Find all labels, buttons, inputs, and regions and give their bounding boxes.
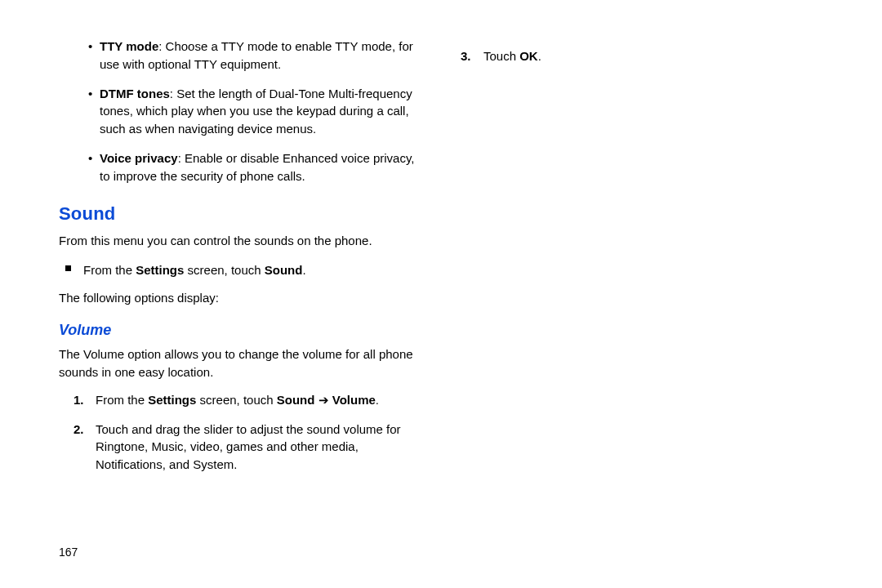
- manual-page: • TTY mode: Choose a TTY mode to enable …: [0, 0, 882, 588]
- bullet-tty-mode: • TTY mode: Choose a TTY mode to enable …: [59, 38, 426, 74]
- text-bold: Sound: [265, 263, 303, 277]
- page-number: 167: [59, 546, 78, 559]
- right-column: 3. Touch OK.: [459, 38, 818, 77]
- bullet-title: Voice privacy: [100, 151, 178, 165]
- arrow-icon: ➔: [314, 393, 332, 407]
- text-fragment: .: [302, 263, 305, 277]
- step-number: 3.: [461, 47, 471, 65]
- settings-step: From the Settings screen, touch Sound.: [59, 261, 426, 279]
- heading-sound: Sound: [59, 201, 426, 227]
- step-2: 2. Touch and drag the slider to adjust t…: [59, 421, 426, 474]
- step-number: 2.: [74, 421, 84, 439]
- step-number: 1.: [74, 391, 84, 409]
- step-text: Touch and drag the slider to adjust the …: [96, 422, 401, 472]
- bullet-dot-icon: •: [88, 149, 92, 167]
- volume-intro: The Volume option allows you to change t…: [59, 345, 426, 381]
- text-bold: Settings: [136, 263, 184, 277]
- bullet-dot-icon: •: [88, 85, 92, 103]
- text-fragment: .: [538, 49, 541, 63]
- text-fragment: Touch: [483, 49, 519, 63]
- text-fragment: screen, touch: [184, 263, 264, 277]
- square-bullet-icon: [65, 265, 71, 271]
- text-fragment: screen, touch: [196, 393, 276, 407]
- text-bold: Sound: [277, 393, 315, 407]
- text-bold: Volume: [332, 393, 376, 407]
- bullet-title: DTMF tones: [100, 87, 170, 100]
- following-options: The following options display:: [59, 289, 426, 307]
- sound-intro: From this menu you can control the sound…: [59, 232, 426, 250]
- bullet-dtmf-tones: • DTMF tones: Set the length of Dual-Ton…: [59, 85, 426, 138]
- text-fragment: .: [376, 393, 379, 407]
- left-column: • TTY mode: Choose a TTY mode to enable …: [59, 38, 426, 485]
- text-fragment: From the: [83, 263, 136, 277]
- text-fragment: From the: [96, 393, 148, 407]
- bullet-dot-icon: •: [88, 38, 92, 56]
- step-3: 3. Touch OK.: [459, 47, 818, 65]
- bullet-voice-privacy: • Voice privacy: Enable or disable Enhan…: [59, 149, 426, 185]
- text-bold: OK: [519, 49, 538, 63]
- bullet-title: TTY mode: [100, 39, 158, 53]
- step-1: 1. From the Settings screen, touch Sound…: [59, 391, 426, 409]
- text-bold: Settings: [148, 393, 196, 407]
- heading-volume: Volume: [59, 319, 426, 341]
